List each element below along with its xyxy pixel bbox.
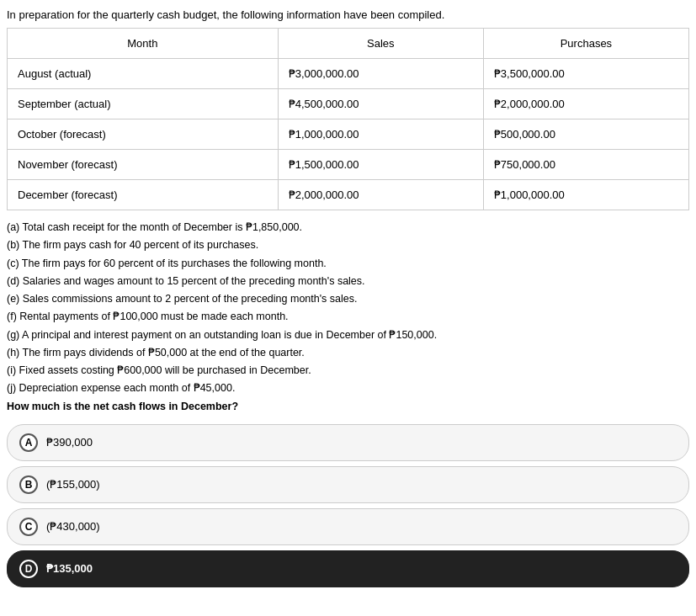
option-D[interactable]: D₱135,000 xyxy=(7,550,689,587)
table-cell-2-2: ₱500,000.00 xyxy=(483,119,688,150)
table-cell-1-0: September (actual) xyxy=(8,89,279,119)
table-cell-2-0: October (forecast) xyxy=(8,119,279,150)
option-B[interactable]: B(₱155,000) xyxy=(7,466,689,503)
note-6: (g) A principal and interest payment on … xyxy=(7,327,689,344)
table-cell-1-1: ₱4,500,000.00 xyxy=(278,89,483,119)
notes-section: (a) Total cash receipt for the month of … xyxy=(7,219,689,416)
table-cell-0-1: ₱3,000,000.00 xyxy=(278,59,483,89)
table-cell-2-1: ₱1,000,000.00 xyxy=(278,119,483,150)
intro-text: In preparation for the quarterly cash bu… xyxy=(7,8,689,21)
option-C[interactable]: C(₱430,000) xyxy=(7,508,689,545)
table-row: October (forecast)₱1,000,000.00₱500,000.… xyxy=(8,119,689,150)
table-cell-0-2: ₱3,500,000.00 xyxy=(483,59,688,89)
option-label-B: (₱155,000) xyxy=(46,478,100,491)
table-cell-3-2: ₱750,000.00 xyxy=(483,150,688,180)
table-cell-3-0: November (forecast) xyxy=(8,150,279,180)
col-header-purchases: Purchases xyxy=(483,29,688,59)
table-cell-4-1: ₱2,000,000.00 xyxy=(278,180,483,210)
note-3: (d) Salaries and wages amount to 15 perc… xyxy=(7,273,689,290)
note-10: How much is the net cash flows in Decemb… xyxy=(7,398,689,416)
note-0: (a) Total cash receipt for the month of … xyxy=(7,219,689,236)
table-cell-1-2: ₱2,000,000.00 xyxy=(483,89,688,119)
table-row: November (forecast)₱1,500,000.00₱750,000… xyxy=(8,150,689,180)
note-2: (c) The firm pays for 60 percent of its … xyxy=(7,255,689,273)
option-A[interactable]: A₱390,000 xyxy=(7,424,689,461)
option-label-A: ₱390,000 xyxy=(46,436,93,449)
option-label-C: (₱430,000) xyxy=(46,520,100,533)
option-circle-B: B xyxy=(19,475,38,494)
option-circle-D: D xyxy=(19,560,38,578)
note-5: (f) Rental payments of ₱100,000 must be … xyxy=(7,308,689,326)
table-cell-3-1: ₱1,500,000.00 xyxy=(278,150,483,180)
main-container: In preparation for the quarterly cash bu… xyxy=(0,0,696,599)
table-row: December (forecast)₱2,000,000.00₱1,000,0… xyxy=(8,180,689,210)
note-9: (j) Depreciation expense each month of ₱… xyxy=(7,380,689,397)
option-label-D: ₱135,000 xyxy=(46,562,93,575)
table-row: September (actual)₱4,500,000.00₱2,000,00… xyxy=(8,89,689,119)
note-8: (i) Fixed assets costing ₱600,000 will b… xyxy=(7,362,689,380)
option-circle-A: A xyxy=(19,433,38,452)
note-4: (e) Sales commissions amount to 2 percen… xyxy=(7,290,689,308)
table-header-row: Month Sales Purchases xyxy=(8,29,689,59)
options-section: A₱390,000B(₱155,000)C(₱430,000)D₱135,000 xyxy=(7,424,689,587)
note-1: (b) The firm pays cash for 40 percent of… xyxy=(7,236,689,254)
table-row: August (actual)₱3,000,000.00₱3,500,000.0… xyxy=(8,59,689,89)
table-cell-0-0: August (actual) xyxy=(8,59,279,89)
table-cell-4-0: December (forecast) xyxy=(8,180,279,210)
table-cell-4-2: ₱1,000,000.00 xyxy=(483,180,688,210)
option-circle-C: C xyxy=(19,518,38,536)
col-header-sales: Sales xyxy=(278,29,483,59)
col-header-month: Month xyxy=(8,29,279,59)
note-7: (h) The firm pays dividends of ₱50,000 a… xyxy=(7,344,689,362)
data-table: Month Sales Purchases August (actual)₱3,… xyxy=(7,28,689,210)
